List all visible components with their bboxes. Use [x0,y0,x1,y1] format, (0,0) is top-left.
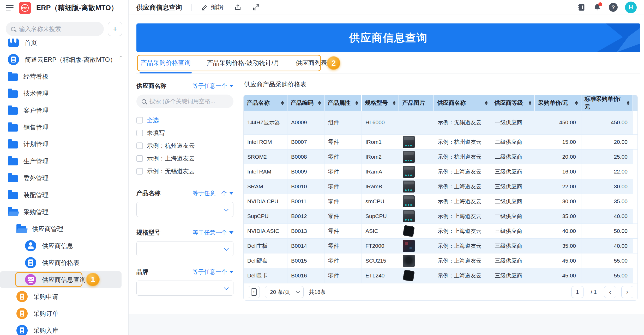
folder-icon [8,175,18,182]
filter-search-input[interactable] [149,98,228,105]
column-header-8[interactable]: 采购单价/元 [535,95,581,111]
product-image[interactable] [403,225,415,237]
checkbox[interactable] [136,130,143,136]
sidebar-item-15[interactable]: 供应商信息查询1 [0,271,122,288]
filter-select[interactable] [136,241,233,256]
product-image[interactable] [403,255,415,267]
sidebar-item-11[interactable]: 采购管理 [0,203,122,220]
sidebar-item-3[interactable]: 经营看板 [0,68,122,85]
filter-operator-dropdown[interactable]: 等于任意一个 [192,229,233,237]
filter-operator-dropdown[interactable]: 等于任意一个 [192,268,233,276]
topbar: 供应商信息查询 编辑 [129,0,644,15]
sidebar-item-13[interactable]: 供应商信息 [0,237,122,254]
sidebar-item-5[interactable]: 客户管理 [0,102,122,119]
current-page-box[interactable]: 1 [571,286,583,298]
sort-icon[interactable] [393,101,395,105]
product-image[interactable] [403,210,415,222]
product-image[interactable] [403,151,415,163]
product-image[interactable] [403,136,415,148]
filter-option-4[interactable]: 示例：上海道友云 [136,152,233,165]
filter-option-2[interactable]: 未填写 [136,127,233,139]
sidebar-item-18[interactable]: 采购入库 [0,322,122,335]
column-header-9[interactable]: 标准采购单价/元 [581,95,633,111]
column-header-5[interactable]: 产品图片 [399,95,434,111]
column-header-6[interactable]: 供应商名称 [434,95,491,111]
sidebar-item-2[interactable]: 简道云ERP（精细版-离散MTO）「... [0,51,122,68]
sort-icon[interactable] [356,101,358,105]
filter-select[interactable] [136,281,233,296]
sidebar-item-12[interactable]: 供应商管理 [0,220,122,237]
sidebar-item-4[interactable]: 技术管理 [0,85,122,102]
column-header-7[interactable]: 供应商等级 [491,95,535,111]
add-app-button[interactable]: + [108,22,122,36]
sort-icon[interactable] [627,101,629,105]
checkbox[interactable] [136,168,143,175]
filter-operator-dropdown[interactable]: 等于任意一个 [192,82,233,90]
product-image[interactable] [403,240,415,252]
sidebar-header: ERP ERP（精细版-离散MTO） [0,0,128,16]
sort-icon[interactable] [485,101,487,105]
notifications-bell-icon[interactable] [593,3,601,11]
sort-icon[interactable] [281,101,284,105]
filter-option-1[interactable]: 全选 [136,114,233,127]
sidebar-item-1[interactable]: 首页 [0,39,122,51]
table-row-2-supplier: 示例：杭州道友云 [434,135,491,150]
tab-1[interactable]: 产品采购价格查询 [141,52,191,73]
table-scroll-gutter-cell [633,268,637,283]
tab-3[interactable]: 供应商列表 [296,52,327,73]
filter-search-input-wrap[interactable] [136,95,233,108]
edit-button[interactable]: 编辑 [201,3,224,11]
filter-option-5[interactable]: 示例：无锡道友云 [136,165,233,178]
sort-icon[interactable] [529,101,531,105]
checkbox[interactable] [136,155,143,162]
sidebar-item-17[interactable]: 采购订单 [0,305,122,322]
filter-operator-dropdown[interactable]: 等于任意一个 [192,189,233,197]
filter-option-3[interactable]: 示例：杭州道友云 [136,139,233,152]
next-page-button[interactable]: › [621,286,633,298]
hamburger-menu-icon[interactable] [6,5,14,11]
directory-book-icon[interactable] [577,3,586,12]
sidebar-item-9[interactable]: 委外管理 [0,170,122,187]
tab-2[interactable]: 产品采购价格-波动统计/月 [207,52,280,73]
row-height-button[interactable] [248,286,260,298]
annotation-badge-2: 2 [327,56,340,70]
sort-icon[interactable] [575,101,578,105]
checkbox[interactable] [136,117,143,123]
fullscreen-icon[interactable] [252,3,260,11]
page-size-select[interactable]: 20 条/页 [265,286,304,298]
sidebar-search-input-wrap[interactable] [6,22,104,36]
export-icon[interactable] [234,3,242,11]
product-image[interactable] [403,181,415,193]
cell-text: 三级供应商 [495,168,522,176]
sidebar-search-input[interactable] [19,26,99,33]
cell-text: SupCPU [365,212,387,220]
help-icon[interactable]: ? [609,3,618,12]
sidebar-item-10[interactable]: 装配管理 [0,187,122,203]
column-header-3[interactable]: 产品属性 [324,95,362,111]
cell-text: IRamB [365,183,382,190]
cell-text: 示例：杭州道友云 [438,138,482,146]
sort-icon[interactable] [318,101,321,105]
sidebar-item-6[interactable]: 销售管理 [0,119,122,136]
product-image[interactable] [403,166,415,178]
table-card: 产品名称产品编码产品属性规格型号产品图片供应商名称供应商等级采购单价/元标准采购… [243,95,638,301]
product-image[interactable] [403,195,415,207]
cell-text: 零件 [328,227,339,235]
cell-text: 零件 [328,212,339,220]
table-row-9-image [399,239,434,253]
prev-page-button[interactable]: ‹ [604,286,616,298]
column-header-2[interactable]: 产品编码 [287,95,324,111]
sidebar-item-8[interactable]: 生产管理 [0,153,122,170]
filter-select[interactable] [136,202,233,217]
product-image[interactable] [403,270,415,282]
column-header-4[interactable]: 规格型号 [362,95,399,111]
app-title: ERP（精细版-离散MTO） [36,3,118,13]
cell-text: 22.00 [562,183,576,190]
sidebar-item-7[interactable]: 计划管理 [0,136,122,153]
column-header-1[interactable]: 产品名称 [244,95,287,111]
sidebar-item-14[interactable]: 供应商价格表 [0,254,122,271]
table-row-3-price: 20.00 [535,150,581,164]
user-avatar[interactable]: H [625,2,637,13]
sidebar-item-16[interactable]: 采购申请 [0,288,122,305]
checkbox[interactable] [136,142,143,149]
